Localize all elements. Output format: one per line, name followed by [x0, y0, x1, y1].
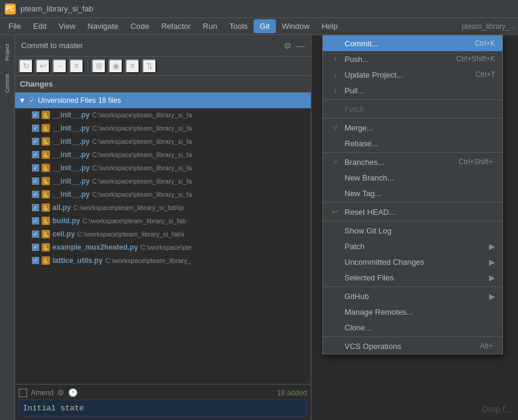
github-arrow-icon: ▶	[489, 292, 495, 301]
menu-view[interactable]: View	[52, 19, 81, 33]
dropdown-pull[interactable]: ↓ Pull...	[323, 82, 502, 98]
file-checkbox[interactable]: ✓	[32, 111, 39, 119]
dropdown-reset-head[interactable]: ↩ Reset HEAD...	[323, 204, 502, 220]
dropdown-show-git-log[interactable]: Show Git Log	[323, 223, 502, 238]
eye-button[interactable]: ◉	[108, 59, 123, 73]
menu-window[interactable]: Window	[276, 19, 316, 33]
refresh-button[interactable]: ↻	[19, 59, 33, 73]
commit-message-box[interactable]: Initial state	[19, 400, 307, 416]
menu-navigate[interactable]: Navigate	[81, 19, 124, 33]
file-checkbox[interactable]: ✓	[32, 125, 39, 132]
dropdown-push-label: Push...	[345, 55, 369, 64]
amend-checkbox[interactable]	[19, 389, 27, 397]
file-icon: 🐍	[42, 230, 50, 238]
dropdown-new-tag[interactable]: New Tag...	[323, 185, 502, 201]
dropdown-selected-files[interactable]: Selected Files ▶	[323, 270, 502, 285]
file-path: C:\workspace\pteam_library_si_fa	[92, 164, 192, 171]
file-icon: 🐍	[42, 190, 50, 199]
menu-help[interactable]: Help	[316, 19, 344, 33]
update-icon: ↓	[330, 70, 340, 79]
group-button[interactable]: ⊞	[92, 59, 106, 73]
dropdown-commit-label: Commit...	[345, 39, 378, 48]
file-item[interactable]: ✓ 🐍 __init__.py C:\workspace\pteam_libra…	[15, 108, 311, 122]
dropdown-patch[interactable]: Patch ▶	[323, 238, 502, 254]
move-button[interactable]: →	[52, 59, 67, 73]
rollback-button[interactable]: ↩	[36, 59, 50, 73]
menu-edit[interactable]: Edit	[27, 19, 52, 33]
file-item[interactable]: ✓ 🐍 __init__.py C:\workspace\pteam_libra…	[15, 161, 311, 174]
menu-file[interactable]: File	[2, 19, 27, 33]
file-path: C:\workspace\pteam_library_si_fa	[92, 178, 192, 185]
menu-tools[interactable]: Tools	[223, 19, 254, 33]
dropdown-uncommitted-changes[interactable]: Uncommitted Changes ▶	[323, 254, 502, 270]
dropdown-commit[interactable]: ✓ Commit... Ctrl+K	[323, 36, 502, 51]
push-icon: ↑	[330, 55, 340, 63]
file-icon: 🐍	[42, 177, 50, 185]
group-count: 18 files	[98, 96, 121, 105]
group-checkbox[interactable]: ✓	[28, 97, 36, 104]
file-path: C:\workspace\pteam_library_si_fab\ip	[73, 204, 184, 211]
settings-icon[interactable]: ⚙	[284, 41, 292, 51]
dropdown-selected-files-label: Selected Files	[345, 273, 394, 282]
dropdown-uncommitted-label: Uncommitted Changes	[345, 258, 424, 267]
separator	[323, 99, 502, 100]
file-checkbox[interactable]: ✓	[32, 138, 39, 145]
menu-git[interactable]: Git	[254, 19, 276, 33]
menu-code[interactable]: Code	[125, 19, 155, 33]
file-checkbox[interactable]: ✓	[32, 191, 39, 198]
commit-panel: Commit to master ⚙ — ↻ ↩ → ≡ ⊞ ◉ ≡ ⇅ Cha…	[15, 35, 311, 420]
minimize-icon[interactable]: —	[296, 41, 305, 51]
menu-refactor[interactable]: Refactor	[155, 19, 197, 33]
file-checkbox[interactable]: ✓	[32, 244, 39, 251]
file-path: C:\workspace\pteam_library_si_fab	[83, 217, 186, 224]
file-icon: 🐍	[42, 137, 50, 146]
reset-icon: ↩	[330, 208, 340, 216]
file-item[interactable]: ✓ 🐍 build.py C:\workspace\pteam_library_…	[15, 214, 311, 227]
separator	[323, 118, 502, 119]
dropdown-push[interactable]: ↑ Push... Ctrl+Shift+K	[323, 51, 502, 67]
file-checkbox[interactable]: ✓	[32, 230, 39, 238]
file-checkbox[interactable]: ✓	[32, 178, 39, 185]
menu-bar: File Edit View Navigate Code Refactor Ru…	[0, 18, 518, 35]
clock-icon[interactable]: 🕐	[68, 388, 78, 397]
file-checkbox[interactable]: ✓	[32, 204, 39, 211]
file-name: build.py	[52, 217, 80, 225]
file-checkbox[interactable]: ✓	[32, 257, 39, 264]
sidebar-item-project[interactable]: Project	[1, 37, 13, 67]
file-item[interactable]: ✓ 🐍 __init__.py C:\workspace\pteam_libra…	[15, 188, 311, 201]
dropdown-manage-remotes[interactable]: Manage Remotes...	[323, 304, 502, 320]
filter-button[interactable]: ⇅	[142, 59, 157, 73]
dropdown-merge[interactable]: ⑂ Merge...	[323, 120, 502, 135]
file-item[interactable]: ✓ 🐍 lattice_utils.py C:\workspace\pteam_…	[15, 254, 311, 267]
menu-run[interactable]: Run	[197, 19, 223, 33]
commit-header: Commit to master ⚙ —	[15, 35, 311, 57]
file-item[interactable]: ✓ 🐍 __init__.py C:\workspace\pteam_libra…	[15, 135, 311, 148]
dropdown-branches[interactable]: ⑂ Branches... Ctrl+Shift+`	[323, 154, 502, 170]
diff-button[interactable]: ≡	[69, 59, 84, 73]
dropdown-vcs-operations[interactable]: VCS Operations Alt+`	[323, 338, 502, 354]
dropdown-rebase[interactable]: Rebase...	[323, 135, 502, 151]
dropdown-clone[interactable]: Clone...	[323, 320, 502, 335]
file-item[interactable]: ✓ 🐍 __init__.py C:\workspace\pteam_libra…	[15, 148, 311, 161]
file-name: lattice_utils.py	[52, 256, 102, 265]
dropdown-update[interactable]: ↓ Update Project... Ctrl+T	[323, 67, 502, 82]
file-item[interactable]: ✓ 🐍 cell.py C:\workspace\pteam_library_s…	[15, 227, 311, 241]
file-item[interactable]: ✓ 🐍 example_mux2heated.py C:\workspace\p…	[15, 241, 311, 254]
dropdown-new-branch[interactable]: New Branch...	[323, 170, 502, 185]
sidebar-item-commit[interactable]: Commit	[1, 69, 13, 99]
file-item[interactable]: ✓ 🐍 __init__.py C:\workspace\pteam_libra…	[15, 174, 311, 188]
update-shortcut: Ctrl+T	[475, 70, 495, 79]
added-count: 18 added	[277, 389, 307, 397]
file-list: ▼ ✓ Unversioned Files 18 files ✓ 🐍 __ini…	[15, 93, 311, 384]
sort-button[interactable]: ≡	[125, 59, 140, 73]
dropdown-new-branch-label: New Branch...	[345, 173, 394, 182]
file-name: __init__.py	[52, 150, 90, 159]
bottom-settings-icon[interactable]: ⚙	[57, 388, 64, 397]
file-item[interactable]: ✓ 🐍 __init__.py C:\workspace\pteam_libra…	[15, 122, 311, 135]
dropdown-github[interactable]: GitHub ▶	[323, 288, 502, 304]
file-checkbox[interactable]: ✓	[32, 164, 39, 171]
file-checkbox[interactable]: ✓	[32, 217, 39, 224]
changes-header: Changes	[15, 76, 311, 93]
file-checkbox[interactable]: ✓	[32, 151, 39, 158]
file-item[interactable]: ✓ 🐍 all.py C:\workspace\pteam_library_si…	[15, 201, 311, 214]
